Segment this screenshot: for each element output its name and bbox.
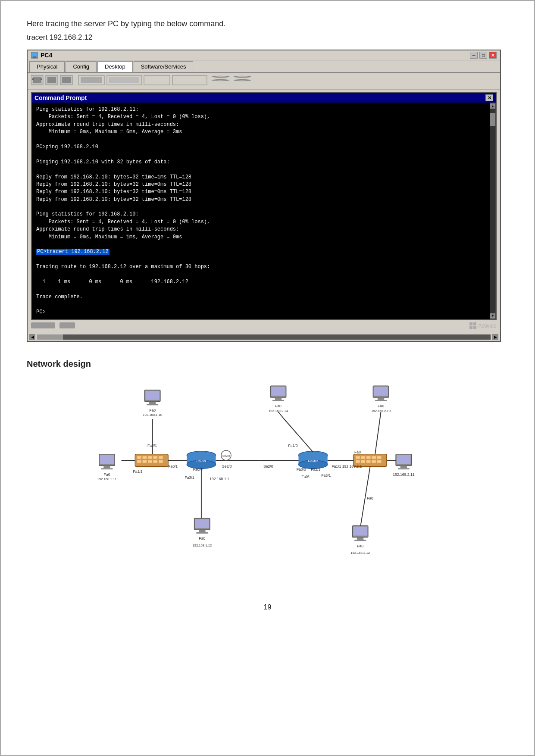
pc4-tabs: Physical Config Desktop Software/Service… bbox=[28, 60, 500, 73]
cmd-line-4: Minimum = 0ms, Maximum = 6ms, Average = … bbox=[36, 128, 485, 136]
cmd-line-6: PC>ping 192.168.2.10 bbox=[36, 144, 485, 151]
cmd-line-5 bbox=[36, 136, 485, 144]
svg-rect-4 bbox=[33, 77, 41, 83]
label-fa10: Fa1/0 bbox=[288, 444, 298, 448]
svg-text:Router: Router bbox=[308, 459, 318, 463]
tab-config[interactable]: Config bbox=[66, 61, 97, 72]
svg-rect-91 bbox=[353, 527, 367, 536]
svg-rect-82 bbox=[398, 468, 410, 469]
router-left: Router bbox=[187, 451, 216, 469]
svg-rect-85 bbox=[374, 387, 388, 396]
label-fa0-bottom: Fa0 bbox=[367, 496, 373, 500]
cmd-line-12: Reply from 192.168.2.10: bytes=32 time=0… bbox=[36, 188, 485, 196]
cmd-line-1: Ping statistics for 192.168.2.11: bbox=[36, 106, 485, 113]
label-fa11-right: Fa1/1 192.168.2.1 bbox=[332, 464, 362, 469]
svg-rect-76 bbox=[366, 460, 371, 463]
svg-rect-34 bbox=[159, 456, 163, 459]
svg-rect-37 bbox=[148, 460, 152, 463]
svg-text:Se2/0: Se2/0 bbox=[222, 454, 230, 457]
status-icons bbox=[31, 322, 77, 329]
pc4-titlebar: PC4 ─ □ ✕ bbox=[28, 50, 500, 60]
label-fa21-left: Fa2/1 bbox=[147, 444, 157, 448]
label-fa00-router-right: Fa0/0 bbox=[297, 467, 306, 472]
svg-rect-6 bbox=[41, 78, 42, 80]
cmd-line-22: Tracing route to 192.168.2.12 over a max… bbox=[36, 263, 485, 271]
svg-rect-19 bbox=[469, 322, 472, 325]
windows-icon bbox=[469, 322, 476, 329]
svg-rect-17 bbox=[31, 322, 55, 328]
scroll-up-arrow[interactable]: ▲ bbox=[490, 103, 495, 109]
cmd-tracert-highlight: PC>tracert 192.168.2.12 bbox=[36, 249, 110, 255]
svg-rect-72 bbox=[372, 456, 376, 459]
pc-left: Fa0 192.168.1.11 bbox=[97, 454, 117, 481]
svg-rect-69 bbox=[356, 456, 360, 459]
scroll-down-arrow[interactable]: ▼ bbox=[490, 313, 495, 319]
horizontal-scrollbar: ◀ ▶ bbox=[28, 333, 500, 341]
label-fa31-router-left: Fa3/1 bbox=[185, 475, 194, 480]
cmd-scrollbar[interactable]: ▲ ▼ bbox=[490, 103, 496, 319]
svg-rect-92 bbox=[357, 537, 363, 540]
status-bar: Activate bbox=[31, 322, 497, 330]
label-fa21-router-right: Fa2/1 bbox=[311, 467, 320, 472]
svg-rect-63 bbox=[271, 387, 285, 396]
svg-rect-5 bbox=[32, 78, 34, 80]
svg-rect-39 bbox=[159, 460, 163, 463]
restore-button[interactable]: □ bbox=[479, 52, 487, 59]
label-se20-left: Se2/0 bbox=[222, 464, 232, 469]
cmd-line-28: PC> bbox=[36, 309, 485, 316]
svg-rect-36 bbox=[143, 460, 147, 463]
svg-rect-20 bbox=[473, 322, 476, 325]
tab-desktop[interactable]: Desktop bbox=[97, 61, 133, 72]
pc-top-right: Fa0 192.168.2.14 bbox=[269, 386, 288, 412]
cmd-line-26: Trace complete. bbox=[36, 294, 485, 301]
svg-rect-86 bbox=[378, 397, 384, 400]
svg-rect-24 bbox=[145, 391, 160, 400]
scroll-thumb[interactable] bbox=[490, 113, 495, 126]
cmd-line-27 bbox=[36, 301, 485, 308]
svg-rect-14 bbox=[109, 77, 139, 83]
svg-text:Router: Router bbox=[196, 459, 206, 463]
svg-rect-42 bbox=[103, 465, 110, 468]
pc-top-left: Fa0 192.168.1.10 bbox=[143, 390, 162, 417]
minimize-button[interactable]: ─ bbox=[470, 52, 478, 59]
svg-text:Fa0: Fa0 bbox=[104, 472, 110, 476]
scroll-right-arrow[interactable]: ▶ bbox=[492, 334, 498, 340]
cmd-window: Command Prompt ✕ Ping statistics for 192… bbox=[31, 92, 497, 320]
cmd-line-7 bbox=[36, 151, 485, 158]
svg-text:192.168.1.10: 192.168.1.10 bbox=[143, 413, 162, 417]
svg-rect-31 bbox=[143, 456, 147, 459]
svg-rect-77 bbox=[372, 460, 376, 463]
router-right: Router bbox=[299, 451, 328, 469]
desktop-area: Command Prompt ✕ Ping statistics for 192… bbox=[28, 90, 500, 333]
cmd-line-23 bbox=[36, 271, 485, 278]
svg-rect-75 bbox=[361, 460, 365, 463]
pc4-window: PC4 ─ □ ✕ Physical Config Desktop Softwa… bbox=[27, 50, 501, 342]
svg-rect-71 bbox=[366, 456, 371, 459]
pc-top-right2: Fa0 192.168.2.10 bbox=[371, 386, 391, 412]
svg-text:Fa0: Fa0 bbox=[199, 536, 205, 540]
svg-rect-15 bbox=[144, 75, 170, 85]
svg-rect-26 bbox=[147, 404, 158, 405]
cmd-line-10: Reply from 192.168.2.10: bytes=32 time=1… bbox=[36, 174, 485, 181]
cmd-line-9 bbox=[36, 166, 485, 173]
svg-text:Fa0: Fa0 bbox=[275, 404, 282, 408]
svg-rect-93 bbox=[354, 540, 366, 541]
svg-rect-25 bbox=[149, 402, 156, 404]
svg-rect-41 bbox=[100, 455, 114, 464]
cmd-line-19 bbox=[36, 241, 485, 248]
h-scroll-track bbox=[37, 334, 491, 340]
svg-text:192.168.1.11: 192.168.1.11 bbox=[97, 477, 117, 481]
close-button[interactable]: ✕ bbox=[489, 52, 497, 59]
h-scroll-thumb[interactable] bbox=[37, 334, 63, 340]
tab-physical[interactable]: Physical bbox=[29, 61, 65, 72]
cmd-line-11: Reply from 192.168.2.10: bytes=32 time=0… bbox=[36, 181, 485, 188]
network-diagram: Fa0 192.168.1.10 Fa2/1 Fa1/1 bbox=[27, 378, 508, 584]
cmd-close-button[interactable]: ✕ bbox=[485, 94, 493, 101]
label-se20-right: Se2/0 bbox=[263, 464, 273, 469]
svg-text:Fa0: Fa0 bbox=[357, 544, 363, 548]
svg-rect-64 bbox=[275, 397, 282, 400]
network-title: Network design bbox=[27, 359, 508, 369]
tab-software[interactable]: Software/Services bbox=[134, 61, 194, 72]
scroll-left-arrow[interactable]: ◀ bbox=[29, 334, 35, 340]
svg-rect-70 bbox=[361, 456, 365, 459]
